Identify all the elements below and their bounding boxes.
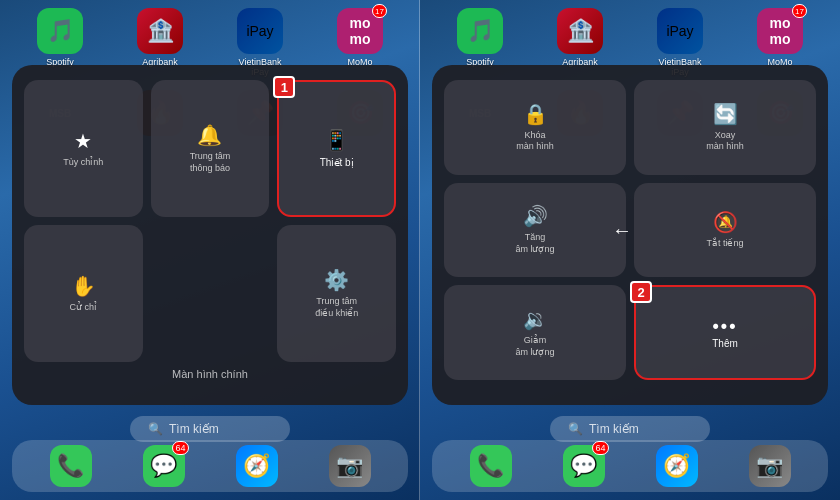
trung-tam-dieu-khien-label: Trung tâmđiều khiển (315, 296, 358, 319)
lock-icon: 🔒 (523, 102, 548, 126)
search-bar-2[interactable]: 🔍 Tìm kiếm (550, 416, 710, 442)
mute-icon: 🔕 (713, 210, 738, 234)
app-agribank-2[interactable]: 🏦 Agribank (551, 8, 609, 67)
tat-tieng-area: ← 🔕 Tắt tiếng (634, 183, 816, 278)
dock-messages-2[interactable]: 💬 64 (563, 445, 605, 487)
momo-icon-1: momo 17 (337, 8, 383, 54)
spotify-icon-1: 🎵 (37, 8, 83, 54)
dock-phone-2[interactable]: 📞 (470, 445, 512, 487)
tuy-chinh-item[interactable]: ★ Tùy chỉnh (24, 80, 143, 217)
xoay-man-hinh-item[interactable]: 🔄 Xoaymàn hình (634, 80, 816, 175)
panel-divider (419, 0, 420, 500)
arrow-left-icon: ← (612, 218, 632, 241)
app-momo-1[interactable]: momo 17 MoMo (331, 8, 389, 67)
them-dots-icon: ••• (713, 316, 738, 337)
vietinbank-icon-2: iPay (657, 8, 703, 54)
agribank-icon-1: 🏦 (137, 8, 183, 54)
giam-am-luong-label: Giảmâm lượng (515, 335, 554, 358)
khoa-man-hinh-item[interactable]: 🔒 Khóamàn hình (444, 80, 626, 175)
momo-badge-2: 17 (792, 4, 807, 18)
app-momo-2[interactable]: momo 17 MoMo (751, 8, 809, 67)
dock-2: 📞 💬 64 🧭 📷 (432, 440, 828, 492)
volume-down-icon: 🔉 (523, 307, 548, 331)
vietinbank-icon-1: iPay (237, 8, 283, 54)
bell-icon: 🔔 (197, 123, 222, 147)
context-menu-2: 🔒 Khóamàn hình 🔄 Xoaymàn hình 🔊 Tăngâm l… (432, 65, 828, 405)
them-item[interactable]: 2 ••• Thêm (634, 285, 816, 380)
gesture-icon: ✋ (71, 274, 96, 298)
tat-tieng-label: Tắt tiếng (706, 238, 743, 250)
spotify-icon-2: 🎵 (457, 8, 503, 54)
dock-camera-2[interactable]: 📷 (749, 445, 791, 487)
search-icon-2: 🔍 (568, 422, 583, 436)
tuy-chinh-label: Tùy chỉnh (63, 157, 103, 169)
search-icon-1: 🔍 (148, 422, 163, 436)
momo-badge-1: 17 (372, 4, 387, 18)
phone-panel-2: 🎵 Spotify 🏦 Agribank iPay VietinBank iPa… (420, 0, 840, 500)
search-label-1: Tìm kiếm (169, 422, 219, 436)
step-2-badge: 2 (630, 281, 652, 303)
momo-icon-2: momo 17 (757, 8, 803, 54)
app-spotify-1[interactable]: 🎵 Spotify (31, 8, 89, 67)
them-label: Thêm (712, 337, 738, 350)
dock-messages-1[interactable]: 💬 64 (143, 445, 185, 487)
search-area-2: 🔍 Tìm kiếm (420, 416, 840, 442)
tang-am-luong-item[interactable]: 🔊 Tăngâm lượng (444, 183, 626, 278)
messages-badge-1: 64 (172, 441, 188, 455)
dock-1: 📞 💬 64 🧭 📷 (12, 440, 408, 492)
giam-am-luong-item[interactable]: 🔉 Giảmâm lượng (444, 285, 626, 380)
cu-chi-label: Cử chỉ (70, 302, 98, 314)
thiet-bi-item[interactable]: 1 📱 Thiết bị (277, 80, 396, 217)
phone-panel-1: 🎵 Spotify 🏦 Agribank iPay VietinBank iPa… (0, 0, 420, 500)
khoa-man-hinh-label: Khóamàn hình (516, 130, 554, 153)
search-label-2: Tìm kiếm (589, 422, 639, 436)
control-icon: ⚙️ (324, 268, 349, 292)
trung-tam-dieu-khien-item[interactable]: ⚙️ Trung tâmđiều khiển (277, 225, 396, 362)
step-1-badge: 1 (273, 76, 295, 98)
empty-cell (151, 225, 270, 362)
xoay-man-hinh-label: Xoaymàn hình (706, 130, 744, 153)
trung-tam-thong-bao-item[interactable]: 🔔 Trung tâmthông báo (151, 80, 270, 217)
man-hinh-chinh-label: Màn hình chính (24, 368, 396, 380)
search-bar-1[interactable]: 🔍 Tìm kiếm (130, 416, 290, 442)
cu-chi-item[interactable]: ✋ Cử chỉ (24, 225, 143, 362)
dock-safari-2[interactable]: 🧭 (656, 445, 698, 487)
star-icon: ★ (74, 129, 92, 153)
app-spotify-2[interactable]: 🎵 Spotify (451, 8, 509, 67)
app-agribank-1[interactable]: 🏦 Agribank (131, 8, 189, 67)
context-menu-1: ★ Tùy chỉnh 🔔 Trung tâmthông báo 1 📱 Thi… (12, 65, 408, 405)
dock-safari-1[interactable]: 🧭 (236, 445, 278, 487)
messages-badge-2: 64 (592, 441, 608, 455)
search-area-1: 🔍 Tìm kiếm (0, 416, 420, 442)
trung-tam-thong-bao-label: Trung tâmthông báo (190, 151, 231, 174)
agribank-icon-2: 🏦 (557, 8, 603, 54)
volume-up-icon: 🔊 (523, 204, 548, 228)
tang-am-luong-label: Tăngâm lượng (515, 232, 554, 255)
dock-phone-1[interactable]: 📞 (50, 445, 92, 487)
thiet-bi-label: Thiết bị (320, 156, 354, 169)
dock-camera-1[interactable]: 📷 (329, 445, 371, 487)
rotate-icon: 🔄 (713, 102, 738, 126)
device-icon: 📱 (324, 128, 349, 152)
